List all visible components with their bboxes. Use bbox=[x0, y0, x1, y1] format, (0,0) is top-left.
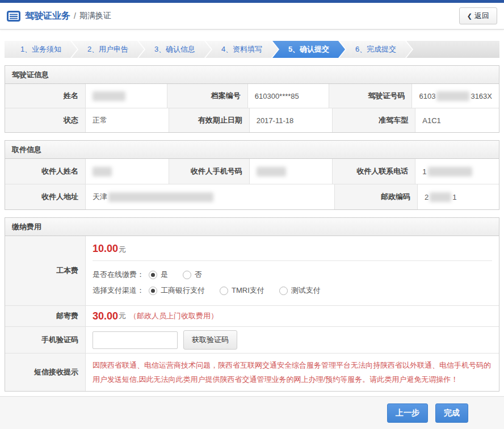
redacted-blur bbox=[436, 91, 469, 101]
sms-notice-label: 短信接收提示 bbox=[5, 354, 86, 391]
back-button[interactable]: ❮返回 bbox=[459, 7, 497, 24]
channel-tmri-option[interactable]: TMRI支付 bbox=[220, 285, 264, 296]
captcha-row: 手机验证码 获取验证码 bbox=[5, 326, 499, 353]
step-3-confirm-info[interactable]: 3、确认信息 bbox=[138, 41, 211, 58]
postcode-prefix: 2 bbox=[425, 193, 429, 201]
back-button-label: 返回 bbox=[474, 11, 489, 20]
license-fee-unit: 元 bbox=[119, 245, 126, 255]
channel-icbc-label: 工商银行支付 bbox=[161, 285, 205, 296]
previous-step-button[interactable]: 上一步 bbox=[387, 403, 428, 423]
archive-number-value: 610300****85 bbox=[248, 84, 330, 108]
postcode-suffix: 1 bbox=[452, 193, 456, 201]
step-6-complete-submit[interactable]: 6、完成提交 bbox=[339, 41, 412, 58]
status-value: 正常 bbox=[86, 108, 169, 132]
divider bbox=[93, 260, 492, 261]
step-filler bbox=[406, 41, 499, 58]
phone-prefix: 1 bbox=[422, 167, 426, 176]
address-prefix: 天津 bbox=[93, 192, 107, 202]
channel-icbc-option[interactable]: 工商银行支付 bbox=[149, 285, 205, 296]
step-wizard: 1、业务须知 2、用户申告 3、确认信息 4、资料填写 5、确认提交 6、完成提… bbox=[5, 41, 499, 58]
recipient-mobile-label: 收件人手机号码 bbox=[169, 159, 250, 184]
postage-note: （邮政人员上门收取费用） bbox=[129, 311, 218, 321]
step-1-business-notice[interactable]: 1、业务须知 bbox=[5, 41, 77, 58]
vehicle-class-value: A1C1 bbox=[415, 108, 499, 132]
redacted-blur bbox=[93, 91, 125, 101]
online-pay-yes-option[interactable]: 是 bbox=[149, 270, 168, 280]
page-header: 驾驶证业务 / 期满换证 ❮返回 bbox=[0, 3, 504, 30]
license-number-suffix: 3163X bbox=[471, 92, 492, 100]
step-4-fill-data[interactable]: 4、资料填写 bbox=[205, 41, 278, 58]
radio-yes[interactable] bbox=[149, 271, 157, 279]
online-pay-no-option[interactable]: 否 bbox=[183, 270, 202, 280]
license-fee-content: 10.00 元 是否在线缴费： 是 否 选择支付渠道： 工商银行支付 TMRI支… bbox=[86, 236, 499, 305]
license-fee-row: 工本费 10.00 元 是否在线缴费： 是 否 选择支付渠道： 工商银行支付 T… bbox=[5, 236, 499, 305]
postage-amount: 30.00 bbox=[93, 310, 118, 322]
redacted-blur bbox=[257, 167, 286, 176]
step-2-user-declaration[interactable]: 2、用户申告 bbox=[72, 41, 144, 58]
recipient-address-value: 天津 bbox=[86, 184, 335, 209]
table-row: 收件人地址 天津 邮政编码 21 bbox=[5, 184, 499, 209]
name-label: 姓名 bbox=[5, 84, 86, 108]
postage-label: 邮寄费 bbox=[5, 306, 86, 326]
license-fee-amount-line: 10.00 元 bbox=[93, 243, 492, 255]
redacted-blur bbox=[93, 167, 112, 176]
postcode-value: 21 bbox=[418, 184, 499, 209]
fees-section: 缴纳费用 工本费 10.00 元 是否在线缴费： 是 否 选择支付渠道： 工商银… bbox=[5, 217, 499, 392]
license-info-section: 驾驶证信息 姓名 档案编号 610300****85 驾驶证号码 6103316… bbox=[5, 65, 499, 133]
expiry-date-label: 有效期止日期 bbox=[169, 108, 250, 132]
breadcrumb-current: 期满换证 bbox=[79, 11, 111, 21]
postage-unit: 元 bbox=[119, 311, 126, 321]
name-value bbox=[86, 84, 167, 108]
captcha-content: 获取验证码 bbox=[86, 327, 499, 353]
pay-channel-line: 选择支付渠道： 工商银行支付 TMRI支付 测试支付 bbox=[93, 283, 492, 298]
breadcrumb-divider: / bbox=[74, 11, 76, 20]
redacted-blur bbox=[430, 192, 451, 202]
redacted-blur bbox=[428, 167, 472, 176]
license-section-title: 驾驶证信息 bbox=[5, 66, 499, 84]
sms-notice-row: 短信接收提示 因陕西省联通、电信运营商技术问题，陕西省互联网交通安全综合服务管理… bbox=[5, 353, 499, 391]
recipient-mobile-value bbox=[250, 159, 333, 184]
step-5-confirm-submit[interactable]: 5、确认提交 bbox=[272, 41, 345, 58]
fees-section-title: 缴纳费用 bbox=[5, 218, 499, 236]
recipient-name-label: 收件人姓名 bbox=[5, 159, 86, 184]
sms-notice-content: 因陕西省联通、电信运营商技术问题，陕西省互联网交通安全综合服务管理平台无法向持陕… bbox=[86, 354, 499, 391]
recipient-address-label: 收件人地址 bbox=[5, 184, 86, 209]
yes-label: 是 bbox=[161, 270, 168, 280]
captcha-label: 手机验证码 bbox=[5, 327, 86, 353]
postage-content: 30.00 元 （邮政人员上门收取费用） bbox=[86, 306, 499, 326]
page: 驾驶证业务 / 期满换证 ❮返回 1、业务须知 2、用户申告 3、确认信息 4、… bbox=[0, 0, 504, 429]
radio-channel-icbc[interactable] bbox=[149, 287, 157, 295]
table-row: 姓名 档案编号 610300****85 驾驶证号码 61033163X bbox=[5, 84, 499, 108]
license-fee-amount: 10.00 bbox=[93, 243, 118, 255]
chevron-left-icon: ❮ bbox=[467, 12, 472, 19]
sms-notice-message: 因陕西省联通、电信运营商技术问题，陕西省互联网交通安全综合服务管理平台无法向持陕… bbox=[93, 356, 492, 389]
license-business-icon bbox=[7, 11, 20, 22]
no-label: 否 bbox=[195, 270, 202, 280]
online-pay-question: 是否在线缴费： bbox=[93, 270, 144, 280]
license-number-prefix: 6103 bbox=[419, 92, 435, 100]
online-pay-question-line: 是否在线缴费： 是 否 bbox=[93, 267, 492, 283]
channel-test-option[interactable]: 测试支付 bbox=[279, 285, 321, 296]
pickup-section-title: 取件信息 bbox=[5, 141, 499, 159]
license-number-label: 驾驶证号码 bbox=[329, 84, 412, 108]
recipient-name-value bbox=[86, 159, 169, 184]
finish-button[interactable]: 完成 bbox=[435, 403, 468, 423]
radio-channel-test[interactable] bbox=[279, 287, 288, 295]
channel-test-label: 测试支付 bbox=[291, 285, 321, 296]
radio-no[interactable] bbox=[183, 271, 191, 279]
radio-channel-tmri[interactable] bbox=[220, 287, 228, 295]
vehicle-class-label: 准驾车型 bbox=[333, 108, 415, 132]
page-title: 驾驶证业务 bbox=[25, 10, 70, 22]
status-label: 状态 bbox=[5, 108, 86, 132]
get-captcha-button[interactable]: 获取验证码 bbox=[183, 330, 237, 350]
table-row: 状态 正常 有效期止日期 2017-11-18 准驾车型 A1C1 bbox=[5, 108, 499, 132]
postage-fee-row: 邮寄费 30.00 元 （邮政人员上门收取费用） bbox=[5, 305, 499, 326]
recipient-phone-value: 1 bbox=[415, 159, 499, 184]
captcha-input[interactable] bbox=[93, 331, 178, 349]
archive-number-label: 档案编号 bbox=[167, 84, 248, 108]
pickup-info-section: 取件信息 收件人姓名 收件人手机号码 收件人联系电话 1 收件人地址 天津 邮政… bbox=[5, 140, 499, 210]
pay-channel-question: 选择支付渠道： bbox=[93, 285, 144, 296]
channel-tmri-label: TMRI支付 bbox=[232, 285, 264, 296]
license-fee-label: 工本费 bbox=[5, 236, 86, 305]
recipient-phone-label: 收件人联系电话 bbox=[333, 159, 415, 184]
